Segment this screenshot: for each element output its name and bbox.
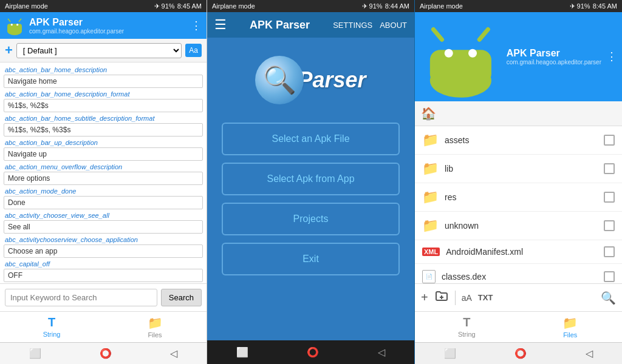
app-sub-right: APK Parser com.gmail.heagoo.apkeditor.pa… (507, 48, 601, 66)
search-button[interactable]: Search (161, 289, 202, 306)
sys-nav-center: ⬜ ⭕ ◁ (207, 340, 414, 364)
select-from-app-button[interactable]: Select Apk from App (222, 163, 400, 195)
string-key-abc_activity_chooser_view_see_all: abc_activity_chooser_view_see_all (0, 211, 207, 219)
string-icon-right: T (463, 315, 470, 329)
string-value-abc_action_bar_home_description[interactable]: Navigate home (4, 75, 203, 88)
logo-area: 🔍 Parser (207, 38, 414, 116)
checkbox-assets[interactable] (604, 135, 615, 146)
search-input[interactable] (5, 289, 157, 306)
bottom-nav-left: T String 📁 Files (0, 311, 207, 342)
dex-icon: 📄 (422, 270, 436, 283)
folder-icon-unknown: 📁 (422, 218, 439, 234)
string-value-abc_action_mode_done[interactable]: Done (4, 196, 203, 209)
string-value-abc_activitychooserview_choose_application[interactable]: Choose an app (4, 244, 203, 258)
svg-line-5 (19, 19, 21, 21)
folder-add-tool-btn[interactable] (434, 289, 449, 306)
string-label-left: String (43, 331, 61, 338)
status-bar-center: Airplane mode ✈ 91% 8:44 AM (207, 0, 414, 12)
folder-icon-assets: 📁 (422, 132, 439, 148)
svg-line-11 (479, 29, 488, 39)
file-name-unknown: unknown (445, 221, 598, 231)
files-icon-left: 📁 (148, 315, 163, 330)
app-bar-center: ☰ APK Parser SETTINGS ABOUT (207, 12, 414, 38)
checkbox-unknown[interactable] (604, 220, 615, 231)
nav-string-left[interactable]: T String (0, 312, 103, 342)
file-item-lib[interactable]: 📁 lib (415, 155, 622, 183)
sys-back-center[interactable]: ◁ (378, 346, 385, 358)
string-key-abc_action_bar_home_subtitle_description_format: abc_action_bar_home_subtitle_description… (0, 113, 207, 122)
status-time-right: 8:45 AM (593, 2, 617, 10)
sys-back-right[interactable]: ◁ (586, 348, 593, 359)
string-value-abc_action_menu_overflow_description[interactable]: More options (4, 172, 203, 185)
font-size-btn[interactable]: aA (462, 293, 472, 303)
string-value-abc_action_bar_home_description_format[interactable]: %1$s, %2$s (4, 99, 203, 112)
nav-files-left[interactable]: 📁 Files (103, 312, 207, 342)
status-icon-center: ✈ 91% (362, 2, 383, 10)
select-apk-button[interactable]: Select an Apk File (222, 123, 400, 155)
file-name-lib: lib (445, 164, 598, 174)
file-item-res[interactable]: 📁 res (415, 183, 622, 212)
file-name-res: res (445, 192, 598, 202)
string-key-abc_action_mode_done: abc_action_mode_done (0, 186, 207, 195)
default-dropdown[interactable]: [ Default ] (16, 43, 182, 58)
settings-button[interactable]: SETTINGS (333, 21, 372, 30)
add-button-left[interactable]: + (5, 42, 13, 58)
checkbox-dex[interactable] (604, 271, 615, 282)
txt-btn[interactable]: TXT (478, 293, 493, 302)
string-key-abc_action_menu_overflow_description: abc_action_menu_overflow_description (0, 162, 207, 170)
nav-files-right[interactable]: 📁 Files (519, 312, 623, 342)
file-item-dex[interactable]: 📄 classes.dex (415, 264, 622, 283)
hamburger-icon[interactable]: ☰ (214, 17, 227, 33)
string-value-abc_activity_chooser_view_see_all[interactable]: See all (4, 220, 203, 234)
folder-icon-res: 📁 (422, 189, 439, 205)
sys-circle-center[interactable]: ⭕ (307, 346, 319, 358)
app-bar-left: APK Parser com.gmail.heagoo.apkeditor.pa… (0, 12, 207, 39)
checkbox-lib[interactable] (604, 163, 615, 174)
status-icons-right: ✈ 91% 8:45 AM (570, 2, 617, 10)
xml-icon: XML (422, 248, 440, 256)
status-airplane-left: Airplane mode (5, 2, 48, 10)
file-item-unknown[interactable]: 📁 unknown (415, 212, 622, 240)
projects-button[interactable]: Projects (222, 203, 400, 235)
string-key-abc_action_bar_home_description_format: abc_action_bar_home_description_format (0, 89, 207, 98)
logo-text: Parser (298, 67, 366, 93)
files-icon-right: 📁 (562, 315, 578, 330)
breadcrumb-bar: 🏠 (415, 101, 622, 126)
sys-back-left[interactable]: ◁ (170, 348, 177, 359)
svg-line-10 (433, 29, 442, 39)
svg-point-9 (468, 49, 477, 58)
file-item-assets[interactable]: 📁 assets (415, 126, 622, 155)
file-item-manifest[interactable]: XML AndroidManifest.xml (415, 240, 622, 264)
exit-button[interactable]: Exit (222, 243, 400, 275)
sys-square-left[interactable]: ⬜ (29, 348, 41, 359)
menu-icon-right[interactable]: ⋮ (606, 50, 617, 63)
file-name-manifest: AndroidManifest.xml (446, 247, 598, 257)
sys-square-right[interactable]: ⬜ (444, 348, 456, 359)
status-bar-left: Airplane mode ✈ 91% 8:45 AM (0, 0, 207, 12)
string-value-abc_action_bar_up_description[interactable]: Navigate up (4, 147, 203, 161)
toolbar-left: + [ Default ] Aa (0, 39, 207, 62)
sys-square-center[interactable]: ⬜ (236, 346, 248, 358)
search-tool-btn[interactable]: 🔍 (601, 291, 616, 305)
sys-circle-right[interactable]: ⭕ (514, 348, 527, 359)
app-subtitle-right: com.gmail.heagoo.apkeditor.parser (507, 59, 601, 66)
svg-point-2 (11, 24, 13, 25)
checkbox-res[interactable] (604, 192, 615, 203)
menu-icon-left[interactable]: ⋮ (191, 19, 202, 32)
magnifier-icon: 🔍 (263, 67, 296, 93)
status-bar-right: Airplane mode ✈ 91% 8:45 AM (415, 0, 622, 12)
status-airplane-center: Airplane mode (212, 2, 255, 10)
checkbox-manifest[interactable] (604, 246, 615, 257)
add-tool-btn[interactable]: + (421, 291, 428, 305)
string-list: abc_action_bar_home_descriptionNavigate … (0, 62, 207, 283)
sys-circle-left[interactable]: ⭕ (100, 348, 112, 359)
svg-rect-7 (430, 50, 491, 84)
nav-string-right[interactable]: T String (415, 312, 519, 342)
about-button[interactable]: ABOUT (380, 21, 407, 30)
translate-button[interactable]: Aa (185, 44, 202, 57)
string-value-abc_capital_off[interactable]: OFF (4, 269, 203, 282)
string-value-abc_action_bar_home_subtitle_description_format[interactable]: %1$s, %2$s, %3$s (4, 123, 203, 136)
home-icon[interactable]: 🏠 (421, 107, 436, 120)
string-key-abc_capital_off: abc_capital_off (0, 259, 207, 268)
app-title-right: APK Parser (507, 48, 601, 59)
